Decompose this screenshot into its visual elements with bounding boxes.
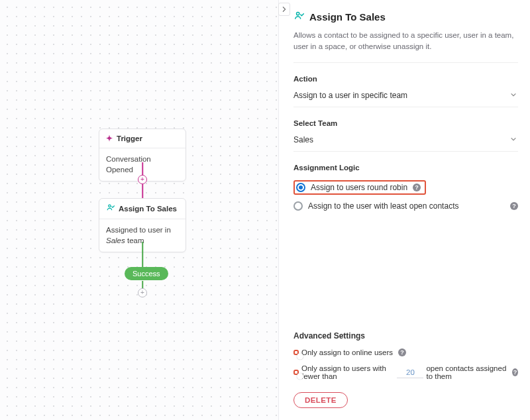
help-icon[interactable]: ? [413,184,421,191]
advanced-settings-heading: Advanced Settings [293,331,518,341]
toggle-fewer-than-suffix: open contacts assigned to them [426,364,507,380]
panel-title-text: Assign To Sales [309,11,386,23]
assign-contact-icon [106,203,115,214]
radio-round-robin[interactable] [296,183,305,192]
toggle-online-only-label: Only assign to online users [301,348,393,356]
add-step-button[interactable]: + [138,175,147,184]
assign-contact-icon [293,11,304,23]
team-label: Select Team [293,119,518,127]
help-icon[interactable]: ? [512,368,518,376]
fewer-than-input[interactable] [397,367,423,378]
assignment-logic-group: Assign to users round robin ? Assign to … [293,178,518,213]
assignment-logic-label: Assignment Logic [293,164,518,172]
sparkle-icon: ✦ [106,134,113,143]
add-step-button[interactable]: + [138,288,147,297]
radio-least-open-label[interactable]: Assign to the user with least open conta… [308,201,505,211]
workflow-canvas[interactable]: ✦ Trigger Conversation Opened + Assign T… [0,0,278,420]
toggle-knob-icon [297,353,303,360]
radio-least-open[interactable] [293,201,303,211]
connector-line [142,162,143,176]
highlight-fewer-than-toggle [293,370,299,375]
connector-line [142,242,143,267]
panel-description: Allows a contact to be assigned to a spe… [293,30,518,63]
action-label: Action [293,75,518,83]
team-select[interactable]: Sales [293,131,518,152]
toggle-knob-icon [297,373,303,380]
collapse-panel-button[interactable] [278,3,290,16]
radio-dot-icon [299,185,303,189]
status-badge-success: Success [125,267,168,280]
node-assign-title: Assign To Sales [119,205,177,213]
chevron-down-icon [510,91,517,100]
node-trigger-title: Trigger [117,134,142,142]
action-select[interactable]: Assign to a user in specific team [293,87,518,107]
chevron-right-icon [282,6,287,13]
highlight-round-robin: Assign to users round robin ? [293,180,426,195]
highlight-online-toggle [293,350,299,355]
action-select-value: Assign to a user in specific team [293,91,407,100]
help-icon[interactable]: ? [398,348,406,356]
help-icon[interactable]: ? [510,202,518,210]
svg-point-1 [297,13,299,15]
radio-round-robin-label[interactable]: Assign to users round robin [311,183,407,192]
advanced-settings: Advanced Settings Only assign to online … [293,331,518,412]
connector-line [142,184,143,199]
chevron-down-icon [510,135,517,144]
properties-panel: Assign To Sales Allows a contact to be a… [278,0,530,420]
svg-point-0 [109,205,111,207]
team-select-value: Sales [293,135,313,144]
delete-button[interactable]: DELETE [293,392,348,408]
toggle-fewer-than-prefix: Only assign to users with fewer than [301,364,394,380]
panel-title: Assign To Sales [293,11,518,23]
